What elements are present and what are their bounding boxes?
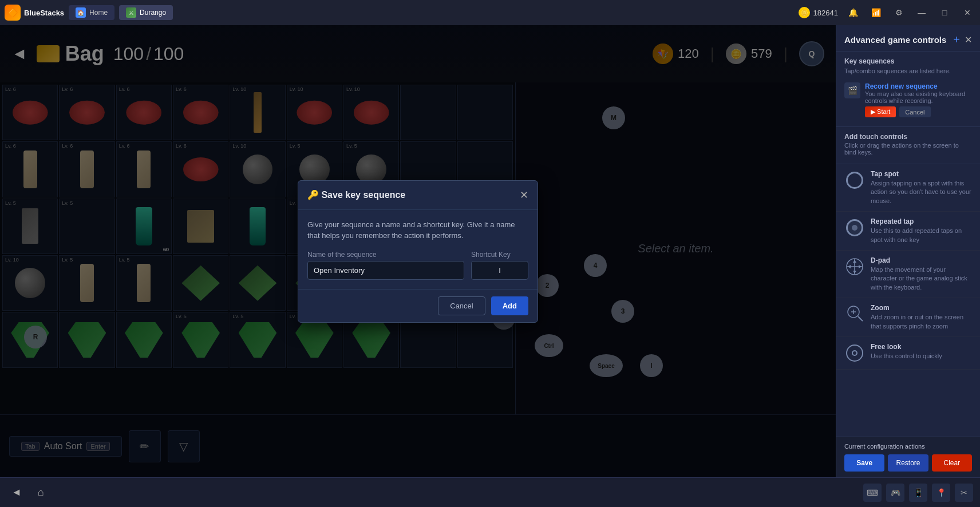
control-text-tap: Tap spot Assign tapping on a spot with t…	[871, 170, 972, 205]
modal-close-btn[interactable]: ✕	[520, 189, 528, 201]
currency-icon: 🪙	[799, 7, 810, 18]
record-sequence-item: 🎬 Record new sequence You may also use e…	[844, 79, 972, 121]
seq-actions: ▶ Start Cancel	[865, 106, 972, 117]
freelook-icon	[846, 344, 863, 362]
svg-line-8	[858, 316, 863, 321]
bluestacks-name: BlueStacks	[24, 9, 64, 17]
network-btn[interactable]: 📶	[868, 5, 884, 21]
save-config-btn[interactable]: Save	[844, 454, 884, 472]
taskbar-icons: ⌨ 🎮 📱 📍 ✂	[863, 484, 973, 502]
modal-overlay: 🔑 Save key sequence ✕ Give your sequence…	[0, 25, 836, 477]
freelook-icon-wrap	[844, 343, 865, 363]
start-recording-btn[interactable]: ▶ Start	[865, 106, 896, 117]
control-text-freelook: Free look Use this control to quickly	[871, 343, 972, 361]
modal-cancel-btn[interactable]: Cancel	[438, 296, 485, 315]
freelook-name: Free look	[871, 343, 972, 351]
currency-amount: 182641	[813, 9, 838, 17]
svg-marker-4	[853, 271, 856, 274]
bluestacks-icon: 🔶	[5, 5, 21, 21]
panel-header: Advanced game controls + ✕	[836, 25, 980, 52]
save-sequence-modal: 🔑 Save key sequence ✕ Give your sequence…	[298, 180, 538, 323]
zoom-desc: Add zoom in or out on the screen that su…	[871, 313, 972, 331]
currency-info: 🪙 182641	[799, 7, 838, 18]
top-bar: 🔶 BlueStacks 🏠 Home ⚔ Durango 🪙 182641 🔔…	[0, 0, 980, 25]
config-actions-title: Current configuration actions	[844, 443, 972, 450]
svg-marker-3	[853, 260, 856, 263]
zoom-name: Zoom	[871, 304, 972, 312]
repeated-tap-desc: Use this to add repeated taps on spot wi…	[871, 227, 972, 244]
key-sequences-subtitle: Tap/combo sequences are listed here.	[844, 68, 972, 74]
minimize-btn[interactable]: —	[914, 5, 930, 21]
right-panel: Advanced game controls + ✕ Key sequences…	[836, 25, 980, 477]
svg-marker-5	[848, 265, 851, 268]
settings-btn[interactable]: ⚙	[891, 5, 907, 21]
home-tab-icon: 🏠	[76, 7, 86, 18]
key-sequences-title: Key sequences	[844, 57, 972, 65]
touch-controls-desc: Click or drag the actions on the screen …	[844, 142, 972, 156]
taskbar-keyboard-icon[interactable]: ⌨	[863, 484, 882, 502]
taskbar-phone-icon[interactable]: 📱	[909, 484, 927, 502]
taskbar-gamepad-icon[interactable]: 🎮	[886, 484, 904, 502]
tab-durango[interactable]: ⚔ Durango	[119, 5, 173, 20]
taskbar-scissors-icon[interactable]: ✂	[955, 484, 973, 502]
tap-spot-icon	[846, 172, 863, 189]
name-form-group: Name of the sequence	[307, 251, 464, 280]
tap-spot-icon-wrap	[844, 170, 865, 191]
control-zoom[interactable]: Zoom Add zoom in or out on the screen th…	[836, 298, 980, 337]
svg-marker-6	[859, 265, 862, 268]
control-tap-spot[interactable]: Tap spot Assign tapping on a spot with t…	[836, 164, 980, 212]
controls-list: Tap spot Assign tapping on a spot with t…	[836, 164, 980, 437]
control-dpad[interactable]: D-pad Map the movement of your character…	[836, 251, 980, 298]
shortcut-label: Shortcut Key	[471, 251, 528, 259]
modal-body: Give your sequence a name and a shortcut…	[298, 210, 538, 289]
dpad-icon-wrap	[844, 256, 865, 277]
taskbar-location-icon[interactable]: 📍	[932, 484, 950, 502]
home-tab-label: Home	[89, 9, 108, 17]
tab-home[interactable]: 🏠 Home	[69, 5, 114, 20]
dpad-desc: Map the movement of your character or th…	[871, 266, 972, 292]
dpad-icon	[845, 258, 864, 276]
durango-tab-icon: ⚔	[126, 7, 136, 18]
modal-add-btn[interactable]: Add	[491, 296, 528, 315]
record-desc: You may also use existing keyboard contr…	[865, 90, 972, 104]
modal-header: 🔑 Save key sequence ✕	[298, 181, 538, 210]
taskbar-home-btn[interactable]: ⌂	[33, 484, 49, 501]
durango-tab-label: Durango	[140, 9, 166, 17]
main-layout: ◄ Bag 100 / 100 🪁 120 | 🪙 579	[0, 25, 980, 477]
bell-btn[interactable]: 🔔	[845, 5, 861, 21]
sequence-name-input[interactable]	[307, 261, 464, 280]
game-area: ◄ Bag 100 / 100 🪁 120 | 🪙 579	[0, 25, 836, 477]
freelook-desc: Use this control to quickly	[871, 352, 972, 361]
clear-config-btn[interactable]: Clear	[932, 454, 972, 472]
shortcut-form-group: Shortcut Key	[471, 251, 528, 280]
repeated-tap-icon	[846, 219, 863, 236]
panel-title: Advanced game controls	[844, 35, 946, 45]
control-free-look[interactable]: Free look Use this control to quickly	[836, 337, 980, 370]
record-name: Record new sequence	[865, 82, 972, 90]
zoom-icon-wrap	[844, 304, 865, 324]
form-row: Name of the sequence Shortcut Key	[307, 251, 528, 280]
taskbar-back-btn[interactable]: ◄	[7, 484, 26, 501]
panel-add-btn[interactable]: +	[953, 33, 960, 46]
repeated-tap-icon-wrap	[844, 217, 865, 238]
panel-close-btn[interactable]: ✕	[965, 33, 972, 46]
restore-config-btn[interactable]: Restore	[888, 454, 928, 472]
modal-footer: Cancel Add	[298, 289, 538, 322]
control-text-zoom: Zoom Add zoom in or out on the screen th…	[871, 304, 972, 331]
taskbar: ◄ ⌂ ⌨ 🎮 📱 📍 ✂	[0, 477, 980, 507]
modal-description: Give your sequence a name and a shortcut…	[307, 219, 528, 241]
control-repeated-tap[interactable]: Repeated tap Use this to add repeated ta…	[836, 212, 980, 251]
panel-bottom: Current configuration actions Save Resto…	[836, 437, 980, 477]
window-close-btn[interactable]: ✕	[959, 5, 975, 21]
dpad-name: D-pad	[871, 256, 972, 264]
touch-controls-section: Add touch controls Click or drag the act…	[836, 127, 980, 164]
control-text-repeat: Repeated tap Use this to add repeated ta…	[871, 217, 972, 244]
repeated-tap-name: Repeated tap	[871, 217, 972, 225]
control-text-dpad: D-pad Map the movement of your character…	[871, 256, 972, 292]
config-action-buttons: Save Restore Clear	[844, 454, 972, 472]
touch-controls-title: Add touch controls	[844, 133, 972, 141]
cancel-recording-btn[interactable]: Cancel	[899, 106, 930, 117]
shortcut-key-input[interactable]	[471, 261, 528, 280]
maximize-btn[interactable]: □	[936, 5, 953, 21]
tap-spot-desc: Assign tapping on a spot with this actio…	[871, 179, 972, 205]
